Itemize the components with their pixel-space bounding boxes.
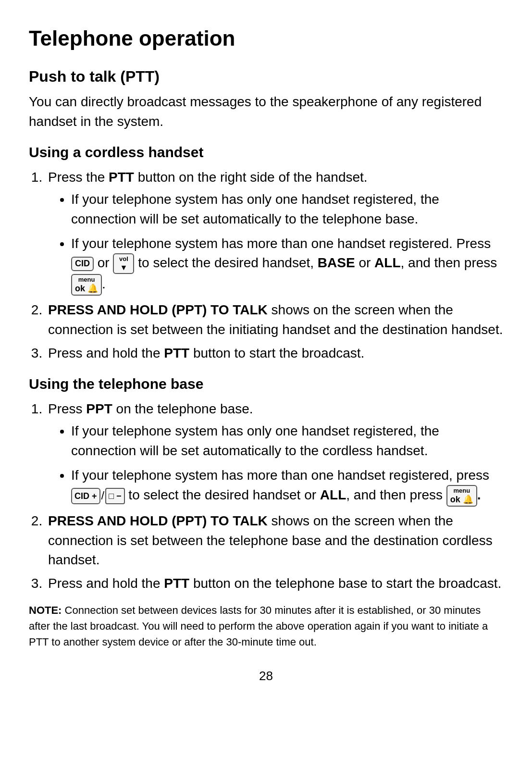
- cordless-step-1-bullets: If your telephone system has only one ha…: [71, 190, 503, 296]
- cid-key-label: CID: [75, 259, 90, 269]
- note-body: Connection set between devices lasts for…: [29, 604, 488, 648]
- box-minus-key-icon: □ −: [105, 488, 124, 504]
- base-step-3-bold: PTT: [164, 576, 189, 591]
- page-title: Telephone operation: [29, 23, 503, 54]
- box-minus-label: □ −: [109, 490, 121, 502]
- cordless-step-2: PRESS AND HOLD (PPT) TO TALK shows on th…: [46, 300, 503, 339]
- note-label: NOTE:: [29, 604, 62, 616]
- base-bullet-1: If your telephone system has only one ha…: [71, 422, 503, 460]
- telephone-base-heading: Using the telephone base: [29, 373, 503, 395]
- note-paragraph: NOTE: Connection set between devices las…: [29, 602, 503, 650]
- base-bullet-2: If your telephone system has more than o…: [71, 466, 503, 507]
- vol-key-label: vol ▼: [119, 255, 128, 272]
- base-step-1-bold: PPT: [86, 401, 112, 416]
- base-label: BASE: [318, 255, 355, 270]
- menu-ok-label-2: menu ok 🔔: [450, 487, 473, 505]
- cordless-step-3: Press and hold the PTT button to start t…: [46, 344, 503, 363]
- cordless-step-3-bold: PTT: [164, 346, 189, 360]
- menu-ok-label: menu ok 🔔: [75, 276, 98, 294]
- cordless-handset-steps: Press the PTT button on the right side o…: [46, 168, 503, 363]
- vol-key-icon: vol ▼: [113, 253, 134, 274]
- cordless-step-1: Press the PTT button on the right side o…: [46, 168, 503, 296]
- menu-ok-key-icon: menu ok 🔔: [71, 274, 102, 296]
- all-label-2: ALL: [320, 487, 346, 502]
- push-to-talk-heading: Push to talk (PTT): [29, 65, 503, 87]
- telephone-base-steps: Press PPT on the telephone base. If your…: [46, 399, 503, 594]
- base-step-2-bold: PRESS AND HOLD (PPT) TO TALK: [48, 513, 268, 528]
- cid-plus-label: CID +: [74, 490, 97, 502]
- base-step-3: Press and hold the PTT button on the tel…: [46, 574, 503, 594]
- base-step-1-bullets: If your telephone system has only one ha…: [71, 422, 503, 507]
- cordless-bullet-2: If your telephone system has more than o…: [71, 234, 503, 296]
- intro-paragraph: You can directly broadcast messages to t…: [29, 92, 503, 131]
- cid-plus-key-icon: CID +: [71, 488, 100, 504]
- base-step-2: PRESS AND HOLD (PPT) TO TALK shows on th…: [46, 511, 503, 570]
- cordless-step-2-bold: PRESS AND HOLD (PPT) TO TALK: [48, 302, 268, 317]
- menu-ok-key-icon-2: menu ok 🔔: [446, 485, 477, 507]
- cordless-bullet-1: If your telephone system has only one ha…: [71, 190, 503, 229]
- page-number: 28: [29, 667, 503, 685]
- cid-key-icon: CID: [71, 257, 94, 271]
- period-bold: .: [477, 487, 481, 502]
- all-label-1: ALL: [374, 255, 400, 270]
- cordless-step-1-bold: PTT: [109, 170, 134, 185]
- cordless-handset-heading: Using a cordless handset: [29, 142, 503, 163]
- base-step-1: Press PPT on the telephone base. If your…: [46, 399, 503, 507]
